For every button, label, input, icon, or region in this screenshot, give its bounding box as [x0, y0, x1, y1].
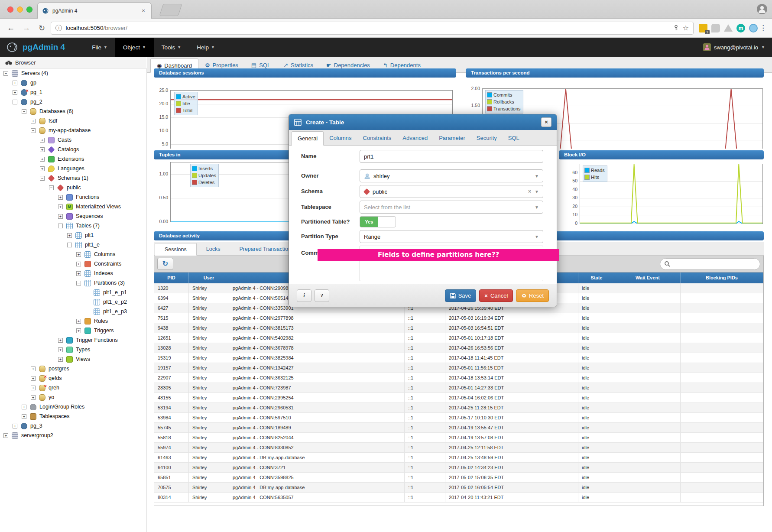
table-row[interactable]: 9438ShirleypgAdmin 4 - CONN:3815173::120… — [154, 323, 763, 333]
tree-item-plt1-e-p3[interactable]: +plt1_e_p3 — [0, 307, 146, 316]
expand-icon[interactable]: + — [40, 147, 45, 152]
browser-tab[interactable]: pgAdmin 4 × — [37, 2, 152, 19]
table-row[interactable]: 55818ShirleypgAdmin 4 - CONN:8252044::12… — [154, 433, 763, 443]
extension-icon-chat[interactable] — [711, 24, 720, 32]
table-row[interactable]: 53984ShirleypgAdmin 4 - CONN:597510::120… — [154, 413, 763, 423]
collapse-icon[interactable]: − — [67, 243, 72, 247]
tree-item-schemas-1[interactable]: −Schemas (1) — [0, 173, 146, 183]
tree-item-trigger-functions[interactable]: +Trigger Functions — [0, 335, 146, 345]
table-row[interactable]: 55745ShirleypgAdmin 4 - CONN:189489::120… — [154, 423, 763, 433]
tablespace-select[interactable]: Select from the list▼ — [360, 201, 543, 214]
tree-item-fsdf[interactable]: +fsdf — [0, 116, 146, 126]
table-row[interactable]: 61463ShirleypgAdmin 4 - DB:my-app-databa… — [154, 453, 763, 463]
partitioned-toggle[interactable]: Yes — [360, 216, 396, 227]
table-row[interactable]: 13028ShirleypgAdmin 4 - CONN:3678978::12… — [154, 343, 763, 353]
expand-icon[interactable]: + — [13, 90, 17, 95]
expand-icon[interactable]: + — [76, 262, 81, 266]
expand-icon[interactable]: + — [13, 81, 17, 85]
tree-item-triggers[interactable]: +Triggers — [0, 326, 146, 335]
tree-item-public[interactable]: −public — [0, 183, 146, 192]
expand-icon[interactable]: + — [58, 357, 63, 362]
expand-icon[interactable]: + — [58, 338, 63, 343]
extension-icon-m[interactable]: m — [736, 24, 745, 32]
table-row[interactable]: 12651ShirleypgAdmin 4 - CONN:5402982::12… — [154, 333, 763, 343]
collapse-icon[interactable]: − — [58, 224, 63, 228]
expand-icon[interactable]: + — [40, 138, 45, 143]
tree-item-pg-1[interactable]: +×pg_1 — [0, 88, 146, 97]
tree-item-pg-2[interactable]: −pg_2 — [0, 97, 146, 107]
tree-item-rules[interactable]: +Rules — [0, 316, 146, 326]
dialog-close-button[interactable]: × — [541, 117, 551, 127]
collapse-icon[interactable]: − — [31, 128, 36, 133]
save-button[interactable]: Save — [445, 289, 477, 302]
expand-icon[interactable]: + — [22, 414, 26, 419]
expand-icon[interactable]: + — [31, 386, 36, 390]
tree-item-tablespaces[interactable]: +Tablespaces — [0, 412, 146, 421]
dialog-tab-security[interactable]: Security — [471, 131, 503, 145]
window-close-button[interactable] — [7, 6, 13, 13]
user-menu[interactable]: swang@pivotal.io ▼ — [703, 43, 765, 51]
tree-item-extensions[interactable]: +Extensions — [0, 154, 146, 164]
expand-icon[interactable]: + — [40, 157, 45, 162]
expand-icon[interactable]: + — [31, 376, 36, 381]
expand-icon[interactable]: + — [58, 195, 63, 200]
expand-icon[interactable]: + — [76, 271, 81, 276]
collapse-icon[interactable]: − — [40, 176, 45, 181]
table-row[interactable]: 15319ShirleypgAdmin 4 - CONN:3825984::12… — [154, 353, 763, 363]
tree-item-materialized-views[interactable]: +MMaterialized Views — [0, 202, 146, 211]
table-row[interactable]: 53194ShirleypgAdmin 4 - CONN:2960531::12… — [154, 403, 763, 413]
tree-item-pg-3[interactable]: +pg_3 — [0, 421, 146, 431]
tree-item-my-app-database[interactable]: −my-app-database — [0, 126, 146, 135]
column-header-state[interactable]: State — [578, 272, 615, 283]
tree-item-functions[interactable]: +Functions — [0, 192, 146, 202]
reload-icon[interactable]: ↻ — [37, 23, 47, 33]
tree-item-tables-7[interactable]: −Tables (7) — [0, 221, 146, 230]
password-key-icon[interactable] — [673, 25, 679, 31]
table-row[interactable]: 22907ShirleypgAdmin 4 - CONN:3632125::12… — [154, 373, 763, 383]
tree-item-login-group-roles[interactable]: +Login/Group Roles — [0, 402, 146, 412]
url-field[interactable]: i localhost:5050/browser/ ☆ — [51, 22, 694, 35]
back-icon[interactable]: ← — [6, 23, 16, 32]
expand-icon[interactable]: + — [76, 319, 81, 324]
expand-icon[interactable]: + — [76, 328, 81, 333]
dialog-tab-advanced[interactable]: Advanced — [397, 131, 433, 145]
table-row[interactable]: 65851ShirleypgAdmin 4 - CONN:3598825::12… — [154, 473, 763, 483]
tree-item-plt1-e-p1[interactable]: +plt1_e_p1 — [0, 288, 146, 297]
search-input[interactable] — [673, 261, 756, 267]
tree-item-plt1[interactable]: +plt1 — [0, 230, 146, 240]
tree-item-databases-6[interactable]: −Databases (6) — [0, 107, 146, 116]
extension-icon-yellow[interactable]: 1 — [699, 24, 707, 32]
expand-icon[interactable]: + — [76, 252, 81, 257]
collapse-icon[interactable]: − — [49, 185, 54, 190]
table-row[interactable]: 28305ShirleypgAdmin 4 - CONN:723987::120… — [154, 383, 763, 393]
tree-item-catalogs[interactable]: +Catalogs — [0, 145, 146, 154]
search-box[interactable] — [660, 258, 760, 270]
table-row[interactable]: 55974ShirleypgAdmin 4 - CONN:8330852::12… — [154, 443, 763, 453]
bookmark-star-icon[interactable]: ☆ — [683, 24, 689, 32]
page-info-icon[interactable]: i — [55, 25, 62, 31]
tree-item-yo[interactable]: +yo — [0, 393, 146, 402]
collapse-icon[interactable]: − — [3, 71, 8, 76]
tree-item-sequences[interactable]: +Sequences — [0, 211, 146, 221]
column-header-pid[interactable]: PID — [154, 272, 189, 283]
table-row[interactable]: 80314ShirleypgAdmin 4 - CONN:5635057::12… — [154, 493, 763, 503]
tree-item-plt1-e[interactable]: −plt1_e — [0, 240, 146, 250]
dialog-tab-parameter[interactable]: Parameter — [433, 131, 471, 145]
menu-file[interactable]: File▼ — [84, 38, 115, 57]
expand-icon[interactable]: + — [58, 204, 63, 209]
tree-item-qefds[interactable]: +×qefds — [0, 373, 146, 383]
column-header-user[interactable]: User — [189, 272, 229, 283]
table-row[interactable]: 48155ShirleypgAdmin 4 - CONN:2395254::12… — [154, 393, 763, 403]
expand-icon[interactable]: + — [31, 395, 36, 400]
expand-icon[interactable]: + — [13, 424, 17, 428]
activity-tab-sessions[interactable]: Sessions — [155, 243, 197, 256]
expand-icon[interactable]: + — [31, 119, 36, 123]
clear-icon[interactable]: × — [528, 188, 531, 195]
tree-item-casts[interactable]: +Casts — [0, 135, 146, 145]
menu-tools[interactable]: Tools▼ — [154, 38, 189, 57]
partition-type-select[interactable]: Range▼ — [360, 230, 543, 243]
expand-icon[interactable]: + — [67, 233, 72, 238]
tree-item-postgres[interactable]: +postgres — [0, 364, 146, 373]
tree-item-columns[interactable]: +Columns — [0, 250, 146, 259]
column-header-blocking-pids[interactable]: Blocking PIDs — [681, 272, 763, 283]
